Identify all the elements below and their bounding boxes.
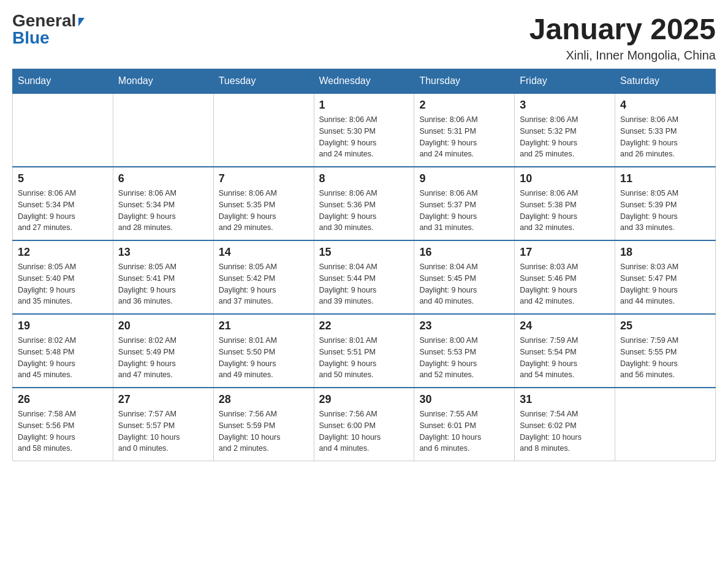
calendar-cell: 17Sunrise: 8:03 AMSunset: 5:46 PMDayligh…: [515, 240, 615, 314]
day-number: 4: [620, 99, 710, 112]
day-info: Sunrise: 7:55 AMSunset: 6:01 PMDaylight:…: [419, 408, 509, 454]
day-info: Sunrise: 8:05 AMSunset: 5:40 PMDaylight:…: [18, 261, 108, 307]
calendar-cell: 2Sunrise: 8:06 AMSunset: 5:31 PMDaylight…: [414, 93, 515, 167]
calendar-cell: 13Sunrise: 8:05 AMSunset: 5:41 PMDayligh…: [113, 240, 213, 314]
calendar-cell: 7Sunrise: 8:06 AMSunset: 5:35 PMDaylight…: [213, 167, 314, 240]
calendar-header-row: SundayMondayTuesdayWednesdayThursdayFrid…: [13, 69, 716, 94]
day-number: 18: [620, 246, 710, 259]
calendar-week-2: 5Sunrise: 8:06 AMSunset: 5:34 PMDaylight…: [13, 167, 716, 240]
day-info: Sunrise: 8:00 AMSunset: 5:53 PMDaylight:…: [419, 335, 509, 381]
day-info: Sunrise: 8:02 AMSunset: 5:49 PMDaylight:…: [118, 335, 208, 381]
day-number: 28: [219, 393, 309, 406]
day-info: Sunrise: 8:05 AMSunset: 5:42 PMDaylight:…: [219, 261, 309, 307]
day-number: 31: [520, 393, 610, 406]
calendar-cell: [213, 93, 314, 167]
logo: General Blue: [12, 12, 85, 47]
day-info: Sunrise: 7:57 AMSunset: 5:57 PMDaylight:…: [118, 408, 208, 454]
calendar-cell: 24Sunrise: 7:59 AMSunset: 5:54 PMDayligh…: [515, 314, 615, 388]
calendar-cell: 11Sunrise: 8:05 AMSunset: 5:39 PMDayligh…: [615, 167, 716, 240]
title-section: January 2025 Xinli, Inner Mongolia, Chin…: [529, 12, 716, 63]
day-info: Sunrise: 8:05 AMSunset: 5:39 PMDaylight:…: [620, 188, 710, 234]
day-number: 7: [219, 172, 309, 185]
day-number: 19: [18, 320, 108, 332]
calendar-subtitle: Xinli, Inner Mongolia, China: [529, 48, 716, 63]
calendar-cell: 30Sunrise: 7:55 AMSunset: 6:01 PMDayligh…: [414, 388, 515, 461]
calendar-cell: 15Sunrise: 8:04 AMSunset: 5:44 PMDayligh…: [314, 240, 414, 314]
day-info: Sunrise: 8:06 AMSunset: 5:35 PMDaylight:…: [219, 188, 309, 234]
day-info: Sunrise: 8:06 AMSunset: 5:37 PMDaylight:…: [419, 188, 509, 234]
day-number: 9: [419, 172, 509, 185]
calendar-cell: 8Sunrise: 8:06 AMSunset: 5:36 PMDaylight…: [314, 167, 414, 240]
day-number: 16: [419, 246, 509, 259]
day-info: Sunrise: 8:01 AMSunset: 5:51 PMDaylight:…: [319, 335, 409, 381]
calendar-cell: 4Sunrise: 8:06 AMSunset: 5:33 PMDaylight…: [615, 93, 716, 167]
day-info: Sunrise: 7:58 AMSunset: 5:56 PMDaylight:…: [18, 408, 108, 454]
calendar-cell: 21Sunrise: 8:01 AMSunset: 5:50 PMDayligh…: [213, 314, 314, 388]
calendar-cell: 1Sunrise: 8:06 AMSunset: 5:30 PMDaylight…: [314, 93, 414, 167]
day-number: 14: [219, 246, 309, 259]
calendar-cell: 29Sunrise: 7:56 AMSunset: 6:00 PMDayligh…: [314, 388, 414, 461]
logo-blue-text: Blue: [12, 29, 50, 47]
day-info: Sunrise: 8:04 AMSunset: 5:45 PMDaylight:…: [419, 261, 509, 307]
day-number: 22: [319, 320, 409, 332]
calendar-cell: 18Sunrise: 8:03 AMSunset: 5:47 PMDayligh…: [615, 240, 716, 314]
day-number: 12: [18, 246, 108, 259]
day-info: Sunrise: 8:03 AMSunset: 5:47 PMDaylight:…: [620, 261, 710, 307]
day-header-sunday: Sunday: [13, 69, 113, 94]
day-number: 27: [118, 393, 208, 406]
calendar-cell: 12Sunrise: 8:05 AMSunset: 5:40 PMDayligh…: [13, 240, 113, 314]
calendar-week-3: 12Sunrise: 8:05 AMSunset: 5:40 PMDayligh…: [13, 240, 716, 314]
day-info: Sunrise: 8:06 AMSunset: 5:31 PMDaylight:…: [419, 114, 509, 160]
day-info: Sunrise: 8:06 AMSunset: 5:33 PMDaylight:…: [620, 114, 710, 160]
day-header-saturday: Saturday: [615, 69, 716, 94]
calendar-cell: 22Sunrise: 8:01 AMSunset: 5:51 PMDayligh…: [314, 314, 414, 388]
calendar-cell: 27Sunrise: 7:57 AMSunset: 5:57 PMDayligh…: [113, 388, 213, 461]
day-header-monday: Monday: [113, 69, 213, 94]
logo-triangle-icon: [78, 18, 85, 26]
day-info: Sunrise: 7:56 AMSunset: 6:00 PMDaylight:…: [319, 408, 409, 454]
calendar-cell: 5Sunrise: 8:06 AMSunset: 5:34 PMDaylight…: [13, 167, 113, 240]
calendar-cell: 20Sunrise: 8:02 AMSunset: 5:49 PMDayligh…: [113, 314, 213, 388]
calendar-cell: 6Sunrise: 8:06 AMSunset: 5:34 PMDaylight…: [113, 167, 213, 240]
day-number: 23: [419, 320, 509, 332]
calendar-cell: 19Sunrise: 8:02 AMSunset: 5:48 PMDayligh…: [13, 314, 113, 388]
day-number: 17: [520, 246, 610, 259]
day-number: 13: [118, 246, 208, 259]
calendar-cell: [615, 388, 716, 461]
day-info: Sunrise: 8:01 AMSunset: 5:50 PMDaylight:…: [219, 335, 309, 381]
calendar-week-4: 19Sunrise: 8:02 AMSunset: 5:48 PMDayligh…: [13, 314, 716, 388]
day-info: Sunrise: 8:06 AMSunset: 5:32 PMDaylight:…: [520, 114, 610, 160]
calendar-cell: 10Sunrise: 8:06 AMSunset: 5:38 PMDayligh…: [515, 167, 615, 240]
calendar-cell: 25Sunrise: 7:59 AMSunset: 5:55 PMDayligh…: [615, 314, 716, 388]
day-number: 11: [620, 172, 710, 185]
calendar-week-1: 1Sunrise: 8:06 AMSunset: 5:30 PMDaylight…: [13, 93, 716, 167]
calendar-cell: 16Sunrise: 8:04 AMSunset: 5:45 PMDayligh…: [414, 240, 515, 314]
day-number: 1: [319, 99, 409, 112]
day-info: Sunrise: 8:05 AMSunset: 5:41 PMDaylight:…: [118, 261, 208, 307]
calendar-cell: 3Sunrise: 8:06 AMSunset: 5:32 PMDaylight…: [515, 93, 615, 167]
day-header-tuesday: Tuesday: [213, 69, 314, 94]
day-info: Sunrise: 7:54 AMSunset: 6:02 PMDaylight:…: [520, 408, 610, 454]
calendar-title: January 2025: [529, 12, 716, 46]
day-info: Sunrise: 8:06 AMSunset: 5:34 PMDaylight:…: [18, 188, 108, 234]
day-info: Sunrise: 8:04 AMSunset: 5:44 PMDaylight:…: [319, 261, 409, 307]
calendar-cell: [13, 93, 113, 167]
calendar-cell: 28Sunrise: 7:56 AMSunset: 5:59 PMDayligh…: [213, 388, 314, 461]
day-info: Sunrise: 7:56 AMSunset: 5:59 PMDaylight:…: [219, 408, 309, 454]
day-info: Sunrise: 8:06 AMSunset: 5:36 PMDaylight:…: [319, 188, 409, 234]
day-number: 26: [18, 393, 108, 406]
day-info: Sunrise: 7:59 AMSunset: 5:55 PMDaylight:…: [620, 335, 710, 381]
calendar-cell: 23Sunrise: 8:00 AMSunset: 5:53 PMDayligh…: [414, 314, 515, 388]
day-header-wednesday: Wednesday: [314, 69, 414, 94]
calendar-cell: 31Sunrise: 7:54 AMSunset: 6:02 PMDayligh…: [515, 388, 615, 461]
day-number: 2: [419, 99, 509, 112]
day-number: 10: [520, 172, 610, 185]
day-number: 29: [319, 393, 409, 406]
day-info: Sunrise: 8:02 AMSunset: 5:48 PMDaylight:…: [18, 335, 108, 381]
day-number: 3: [520, 99, 610, 112]
day-number: 6: [118, 172, 208, 185]
calendar-cell: [113, 93, 213, 167]
page-header: General Blue January 2025 Xinli, Inner M…: [12, 12, 716, 63]
day-header-friday: Friday: [515, 69, 615, 94]
day-header-thursday: Thursday: [414, 69, 515, 94]
